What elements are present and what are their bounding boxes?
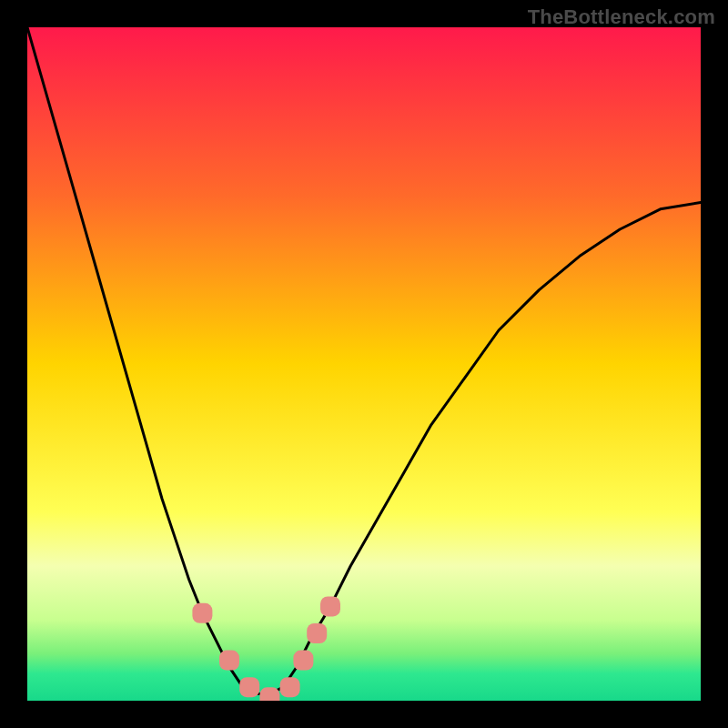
curve-marker <box>307 623 327 643</box>
gradient-background <box>27 27 701 701</box>
curve-marker <box>259 687 279 701</box>
curve-marker <box>239 677 259 697</box>
curve-marker <box>293 651 313 671</box>
chart-svg <box>27 27 701 701</box>
watermark-text: TheBottleneck.com <box>528 5 715 29</box>
curve-marker <box>320 596 340 616</box>
chart-frame: TheBottleneck.com <box>0 0 728 728</box>
curve-marker <box>280 677 300 697</box>
curve-marker <box>192 603 212 623</box>
curve-marker <box>219 651 239 671</box>
plot-area <box>27 27 701 701</box>
